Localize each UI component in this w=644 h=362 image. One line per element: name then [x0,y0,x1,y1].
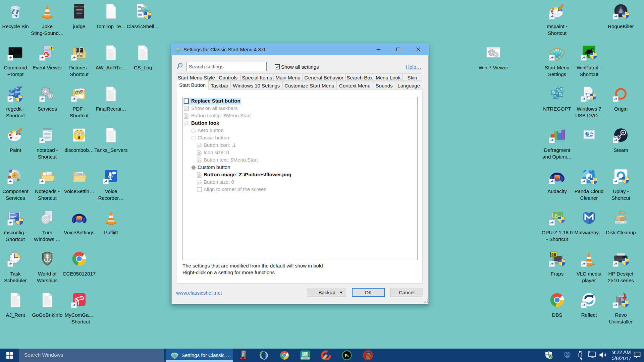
svg-text:Ps: Ps [345,353,349,358]
svg-text:C:\.: C:\. [10,49,14,51]
svg-text:99: 99 [551,253,556,257]
svg-text:WHEN YOU JUDGE ME: WHEN YOU JUDGE ME [74,6,85,8]
